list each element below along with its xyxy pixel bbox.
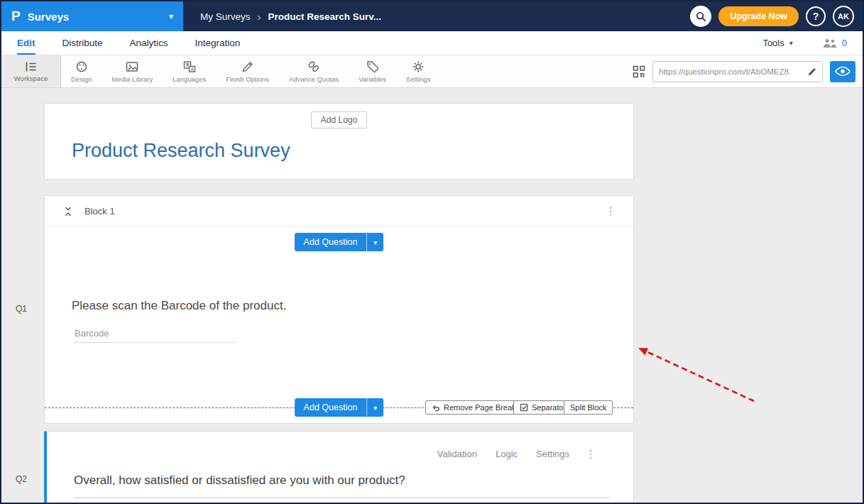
variables-icon [366,60,380,74]
separator-label: Separator [532,403,566,412]
add-question-label[interactable]: Add Question [295,233,368,251]
split-block-label: Split Block [570,403,606,412]
add-question-row: Add Question ▾ [45,233,633,251]
block-header: Block 1 ⋮ [45,196,633,227]
tab-edit[interactable]: Edit [17,31,35,55]
toolbar-item-design[interactable]: Design [61,55,102,87]
collaborators-button[interactable]: 0 [823,38,847,48]
media-library-icon [125,60,139,74]
add-question-button[interactable]: Add Question ▾ [295,233,384,251]
people-icon [823,38,837,48]
search-icon [695,11,707,23]
breadcrumb-separator-icon: › [258,11,261,23]
toolbar-right [633,55,863,87]
q2-settings-link[interactable]: Settings [536,449,569,459]
toolbar-item-label: Languages [173,75,206,83]
caret-down-icon: ▾ [789,39,793,47]
editor-toolbar: Workspace Design Media Library A [1,55,863,88]
tab-distribute[interactable]: Distribute [62,31,103,55]
survey-url-box [652,61,823,82]
toolbar-item-label: Finish Options [226,75,269,83]
avatar[interactable]: AK [833,6,854,27]
settings-gear-icon [411,60,425,74]
caret-down-icon[interactable]: ▾ [367,233,383,251]
block-card: Block 1 ⋮ Add Question ▾ Please scan the… [44,195,634,424]
collapse-icon [62,205,75,218]
product-switcher[interactable]: P Surveys ▾ [1,1,183,31]
qr-code-button[interactable] [633,65,645,78]
block-name[interactable]: Block 1 [84,206,115,217]
svg-text:A: A [190,67,194,72]
q2-logic-link[interactable]: Logic [496,449,518,459]
remove-page-break-label: Remove Page Break [444,403,516,412]
help-button[interactable]: ? [806,6,826,26]
toolbar-item-label: Workspace [14,75,48,82]
finish-options-icon [241,60,255,74]
caret-down-icon[interactable]: ▾ [367,398,383,417]
toolbar-item-variables[interactable]: Variables [349,55,396,87]
advance-quotas-icon [307,60,321,74]
q1-question-text[interactable]: Please scan the Barcode of the product. [72,299,633,313]
block-menu-button[interactable]: ⋮ [605,204,616,218]
survey-editor-canvas: Q1 Q2 Add Logo Product Research Survey B… [1,88,863,503]
toolbar-item-label: Settings [406,75,430,83]
toolbar-item-settings[interactable]: Settings [396,55,440,87]
add-question-button[interactable]: Add Question ▾ [295,398,384,417]
survey-title-card: Add Logo Product Research Survey [44,103,634,180]
app-name: Surveys [28,11,69,23]
remove-page-break-button[interactable]: Remove Page Break [425,400,523,415]
survey-nav: Edit Distribute Analytics Integration To… [1,31,863,55]
q2-menu: Validation Logic Settings ⋮ [47,432,633,461]
q1-barcode-field[interactable]: Barcode [75,328,235,343]
question-number-q1: Q1 [16,304,27,314]
toolbar-item-advance-quotas[interactable]: Advance Quotas [279,55,349,87]
add-logo-button[interactable]: Add Logo [311,111,367,128]
upgrade-now-button[interactable]: Upgrade Now [718,6,799,26]
toolbar-item-workspace[interactable]: Workspace [1,55,61,87]
collapse-block-button[interactable] [62,205,75,218]
toolbar-item-media-library[interactable]: Media Library [102,55,163,87]
tab-integration[interactable]: Integration [195,31,241,55]
languages-icon: A [182,60,197,74]
add-question-label[interactable]: Add Question [295,398,368,417]
q2-question-text[interactable]: Overall, how satisfied or dissatisfied a… [74,473,610,498]
breadcrumb-current-survey: Product Research Surv... [268,11,382,22]
breadcrumb: My Surveys › Product Research Surv... [200,11,381,23]
design-icon [75,60,89,74]
caret-down-icon: ▾ [169,11,173,21]
workspace-icon [24,60,38,73]
tools-label: Tools [762,38,784,48]
topbar: P Surveys ▾ My Surveys › Product Researc… [1,1,863,31]
pencil-icon [807,66,818,77]
q2-menu-button[interactable]: ⋮ [585,447,596,461]
breadcrumb-my-surveys[interactable]: My Surveys [200,11,251,22]
remove-page-break-icon [432,403,440,412]
toolbar-item-finish-options[interactable]: Finish Options [216,55,279,87]
questionpro-logo: P [11,9,21,24]
nav-right: Tools ▾ 0 [762,31,847,55]
preview-button[interactable] [830,61,855,82]
checkbox-icon [520,403,528,412]
toolbar-item-label: Design [71,75,92,83]
tab-analytics[interactable]: Analytics [130,31,168,55]
collaborators-count: 0 [842,38,847,48]
tools-menu[interactable]: Tools ▾ [762,38,792,48]
qr-code-icon [633,65,645,78]
survey-url-input[interactable] [659,67,807,76]
q2-validation-link[interactable]: Validation [437,449,477,459]
eye-icon [835,66,851,77]
split-block-button[interactable]: Split Block [564,400,613,415]
question-number-q2: Q2 [16,474,27,484]
questionpro-app: P Surveys ▾ My Surveys › Product Researc… [0,0,864,504]
survey-content: Add Logo Product Research Survey Block 1… [44,88,634,503]
toolbar-item-languages[interactable]: A Languages [163,55,216,87]
survey-title[interactable]: Product Research Survey [72,140,633,162]
toolbar-item-label: Media Library [112,75,153,83]
edit-url-button[interactable] [807,66,818,77]
topbar-actions: Upgrade Now ? AK [690,6,863,27]
toolbar-item-label: Advance Quotas [289,75,339,83]
page-break-row: Add Question ▾ Remove Page Break [45,399,633,416]
search-button[interactable] [690,6,711,27]
q2-question-card: Validation Logic Settings ⋮ Overall, how… [44,431,634,503]
toolbar-item-label: Variables [359,75,386,83]
